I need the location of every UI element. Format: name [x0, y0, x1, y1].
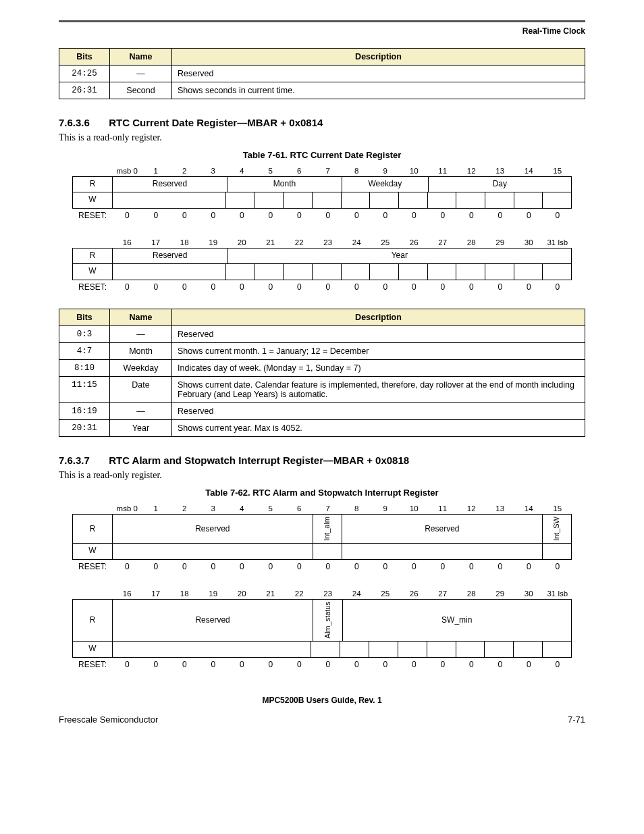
table-row: 0:3—Reserved [59, 326, 585, 343]
field-reserved: Reserved [113, 176, 227, 192]
footer-right: 7-71 [568, 714, 585, 725]
field-sw-min: SW_min [343, 599, 572, 641]
footer-left: Freescale Semiconductor [59, 714, 158, 725]
bitlayout-62-bot: 16 17 18 19 20 21 22 23 24 25 26 27 28 2… [72, 588, 572, 671]
bitlayout-62-top: msb 0 1 2 3 4 5 6 7 8 9 10 11 12 13 14 1… [72, 503, 572, 573]
table-row: 16:19—Reserved [59, 403, 585, 420]
bitlayout-61-bot: 16 17 18 19 20 21 22 23 24 25 26 27 28 2… [72, 237, 572, 294]
table-row: 26:31 Second Shows seconds in current ti… [59, 82, 585, 99]
bitlayout-61-top: msb 0 1 2 3 4 5 6 7 8 9 10 11 12 13 14 1… [72, 165, 572, 222]
frag-table-top: Bits Name Description 24:25 — Reserved 2… [59, 48, 585, 99]
footer-center: MPC5200B Users Guide, Rev. 1 [59, 696, 585, 705]
field-weekday: Weekday [342, 176, 429, 192]
table-row: 20:31YearShows current year. Max is 4052… [59, 420, 585, 437]
th-bits: Bits [59, 49, 110, 66]
table-row: 4:7MonthShows current month. 1 = January… [59, 343, 585, 360]
field-int-sw: Int_SW [543, 514, 572, 544]
field-reserved: Reserved [113, 599, 313, 641]
field-month: Month [227, 176, 342, 192]
para-7637: This is a read-only register. [59, 470, 585, 481]
section-heading-7637: 7.6.3.7 RTC Alarm and Stopwatch Interrup… [59, 454, 585, 466]
footer-bottom: Freescale Semiconductor 7-71 [59, 714, 585, 725]
caption-762: Table 7-62. RTC Alarm and Stopwatch Inte… [59, 488, 585, 498]
table-row: 8:10WeekdayIndicates day of week. (Monda… [59, 360, 585, 377]
field-reserved: Reserved [113, 248, 228, 264]
top-rule [59, 20, 585, 22]
field-reserved: Reserved [342, 514, 543, 544]
field-year: Year [228, 248, 572, 264]
field-day: Day [429, 176, 572, 192]
field-alm-status: Alm_status [313, 599, 342, 641]
desc-table-61: Bits Name Description 0:3—Reserved 4:7Mo… [59, 309, 585, 437]
field-reserved: Reserved [113, 514, 313, 544]
caption-761: Table 7-61. RTC Current Date Register [59, 150, 585, 160]
table-row: 11:15DateShows current date. Calendar fe… [59, 377, 585, 403]
para-7636: This is a read-only register. [59, 132, 585, 143]
section-heading-7636: 7.6.3.6 RTC Current Date Register—MBAR +… [59, 117, 585, 128]
th-name: Name [110, 49, 172, 66]
field-int-alm: Int_alm [313, 514, 342, 544]
table-row: 24:25 — Reserved [59, 66, 585, 82]
chapter-header: Real-Time Clock [59, 26, 585, 36]
th-desc: Description [172, 49, 585, 66]
